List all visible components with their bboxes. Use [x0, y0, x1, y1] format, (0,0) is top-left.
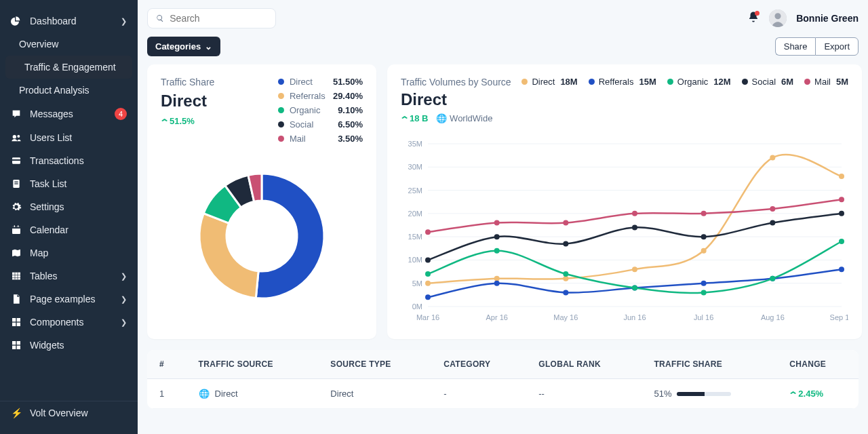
export-button[interactable]: Export [815, 37, 859, 56]
sidebar-item-calendar[interactable]: Calendar [0, 218, 138, 241]
nav-icon [11, 294, 22, 304]
table-header: CHANGE [777, 350, 859, 379]
categories-label: Categories [155, 41, 201, 52]
legend-label: Direct [532, 77, 555, 87]
table-header: SOURCE TYPE [318, 350, 431, 379]
sidebar-item-label: Traffic & Engagement [24, 62, 116, 73]
sidebar-item-product-analysis[interactable]: Product Analysis [0, 79, 138, 102]
legend-label: Referrals [290, 91, 328, 101]
svg-rect-13 [17, 318, 20, 321]
sidebar-item-users-list[interactable]: Users List [0, 126, 138, 149]
search-input[interactable] [170, 13, 267, 24]
globe-icon: 🌐 [199, 389, 210, 399]
categories-button[interactable]: Categories ⌄ [147, 37, 220, 56]
traffic-share-selected: Direct [161, 92, 214, 111]
sidebar-item-messages[interactable]: Messages4 [0, 102, 138, 126]
sidebar-item-label: Components [30, 317, 83, 328]
topbar: Bonnie Green [147, 8, 859, 28]
sidebar-item-dashboard[interactable]: Dashboard❯ [0, 9, 138, 33]
sidebar-item-label: Map [30, 248, 48, 258]
svg-text:Aug 16: Aug 16 [761, 313, 785, 321]
svg-point-1 [17, 135, 20, 138]
legend-value: 51.50% [333, 77, 363, 87]
svg-point-48 [632, 267, 637, 272]
svg-point-46 [494, 276, 500, 281]
nav-icon [11, 155, 22, 166]
sidebar-item-overview[interactable]: Overview [0, 33, 138, 56]
sidebar-item-transactions[interactable]: Transactions [0, 149, 138, 172]
svg-text:30M: 30M [408, 163, 422, 171]
sidebar-item-label: Tables [30, 271, 57, 281]
svg-point-65 [839, 239, 844, 244]
sidebar-item-volt-overview[interactable]: ⚡ Volt Overview [0, 401, 138, 425]
svg-text:20M: 20M [408, 210, 422, 218]
sidebar-item-label: Overview [19, 39, 58, 50]
svg-point-73 [425, 229, 431, 235]
avatar[interactable] [769, 9, 787, 27]
legend-label: Direct [290, 77, 328, 87]
sidebar-item-tables[interactable]: Tables❯ [0, 264, 138, 288]
badge: 4 [115, 108, 127, 120]
sidebar: Dashboard❯OverviewTraffic & EngagementPr… [0, 0, 138, 434]
legend-value: 6.50% [338, 119, 363, 130]
sidebar-item-task-list[interactable]: Task List [0, 172, 138, 195]
svg-point-66 [425, 257, 431, 262]
nav-icon [11, 317, 22, 328]
username[interactable]: Bonnie Green [796, 13, 859, 24]
sidebar-item-settings[interactable]: Settings [0, 195, 138, 218]
line-chart: 0M5M10M15M20M25M30M35MMar 16Apr 16May 16… [401, 137, 848, 327]
legend-dot [804, 79, 810, 85]
sidebar-item-label: Settings [30, 201, 64, 212]
legend-value: 29.40% [333, 91, 363, 101]
legend-label: Social [290, 119, 328, 130]
notifications-button[interactable] [747, 11, 760, 26]
table-row[interactable]: 1🌐DirectDirect---51%2.45% [147, 379, 859, 409]
traffic-share-card: Traffic Share Direct 51.5% Direct51.50%R… [147, 64, 376, 339]
svg-point-52 [425, 294, 431, 300]
svg-point-59 [425, 271, 431, 277]
svg-rect-9 [14, 225, 15, 227]
svg-rect-16 [12, 341, 16, 344]
sidebar-item-label: Users List [30, 132, 72, 143]
legend-label: Mail [814, 77, 831, 87]
sidebar-item-label: Calendar [30, 224, 68, 235]
legend-label: Refferals [599, 77, 634, 87]
legend-value: 3.50% [338, 134, 363, 144]
legend-value: 9.10% [338, 105, 363, 115]
cell-share: 51% [642, 379, 777, 409]
svg-text:5M: 5M [412, 279, 422, 288]
svg-text:Sep 16: Sep 16 [830, 313, 848, 321]
sidebar-item-widgets[interactable]: Widgets [0, 334, 138, 357]
cell-category: - [431, 379, 526, 409]
table-header: TRAFFIC SHARE [642, 350, 777, 379]
traffic-volumes-legend: Direct18MRefferals15MOrganic12MSocial6MM… [521, 77, 848, 87]
sidebar-item-traffic-engagement[interactable]: Traffic & Engagement [5, 56, 132, 79]
svg-point-50 [770, 155, 775, 161]
svg-point-69 [632, 224, 637, 230]
traffic-volumes-region: 🌐 WorldWide [436, 113, 492, 123]
nav-icon [11, 16, 22, 26]
svg-text:Apr 16: Apr 16 [486, 313, 507, 321]
svg-point-76 [632, 211, 637, 216]
action-row: Categories ⌄ Share Export [147, 37, 859, 56]
traffic-table: #TRAFFIC SOURCESOURCE TYPECATEGORYGLOBAL… [147, 350, 859, 409]
traffic-share-title: Traffic Share [161, 77, 214, 87]
sidebar-item-map[interactable]: Map [0, 241, 138, 264]
svg-point-77 [701, 211, 707, 216]
sidebar-item-components[interactable]: Components❯ [0, 311, 138, 334]
legend-label: Social [752, 77, 776, 87]
search-input-wrap[interactable] [147, 8, 276, 28]
svg-point-21 [775, 13, 781, 19]
sidebar-item-page-examples[interactable]: Page examples❯ [0, 288, 138, 311]
svg-point-78 [770, 206, 775, 212]
svg-text:25M: 25M [408, 186, 422, 195]
svg-point-72 [839, 211, 844, 216]
nav-icon [11, 248, 22, 258]
nav-icon [11, 340, 22, 351]
svg-rect-12 [12, 318, 16, 321]
svg-text:10M: 10M [408, 256, 422, 264]
svg-text:Jun 16: Jun 16 [623, 313, 646, 321]
sidebar-item-label: Transactions [30, 155, 84, 166]
share-button[interactable]: Share [775, 37, 816, 56]
legend-value: 15M [639, 77, 656, 87]
